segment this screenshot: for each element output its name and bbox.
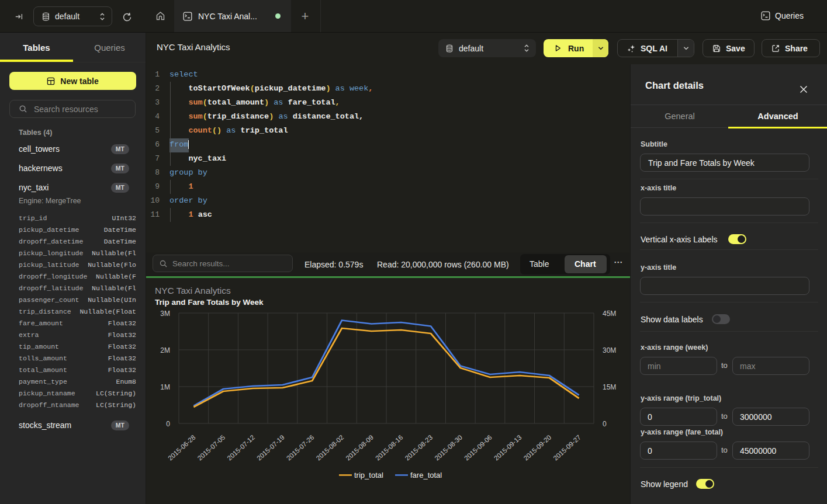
svg-text:2015-09-06: 2015-09-06 (463, 434, 493, 462)
svg-text:2015-08-09: 2015-08-09 (344, 434, 375, 462)
svg-text:2015-09-27: 2015-09-27 (552, 434, 582, 462)
svg-text:2015-09-13: 2015-09-13 (493, 434, 523, 462)
svg-text:trip_total: trip_total (354, 471, 383, 479)
svg-text:1M: 1M (160, 383, 170, 391)
svg-text:2015-08-16: 2015-08-16 (374, 434, 404, 462)
svg-text:2015-07-26: 2015-07-26 (285, 434, 316, 462)
svg-text:2015-07-12: 2015-07-12 (226, 434, 256, 462)
svg-text:2015-07-05: 2015-07-05 (196, 434, 227, 462)
svg-text:30M: 30M (603, 346, 616, 354)
svg-text:Trip and Fare Totals by Week: Trip and Fare Totals by Week (155, 298, 264, 307)
svg-text:NYC Taxi Analytics: NYC Taxi Analytics (155, 286, 231, 296)
svg-text:2M: 2M (160, 346, 170, 354)
svg-text:15M: 15M (603, 383, 616, 391)
svg-text:0: 0 (166, 420, 170, 428)
svg-text:2015-08-23: 2015-08-23 (404, 434, 434, 462)
svg-text:2015-06-28: 2015-06-28 (167, 434, 197, 462)
svg-text:fare_total: fare_total (410, 471, 442, 479)
svg-text:2015-08-02: 2015-08-02 (315, 434, 345, 462)
svg-text:2015-09-20: 2015-09-20 (523, 434, 553, 462)
svg-text:0: 0 (603, 420, 607, 428)
svg-text:45M: 45M (603, 310, 616, 318)
svg-text:2015-07-19: 2015-07-19 (255, 434, 286, 462)
svg-text:2015-08-30: 2015-08-30 (433, 434, 463, 462)
svg-text:3M: 3M (160, 310, 170, 318)
